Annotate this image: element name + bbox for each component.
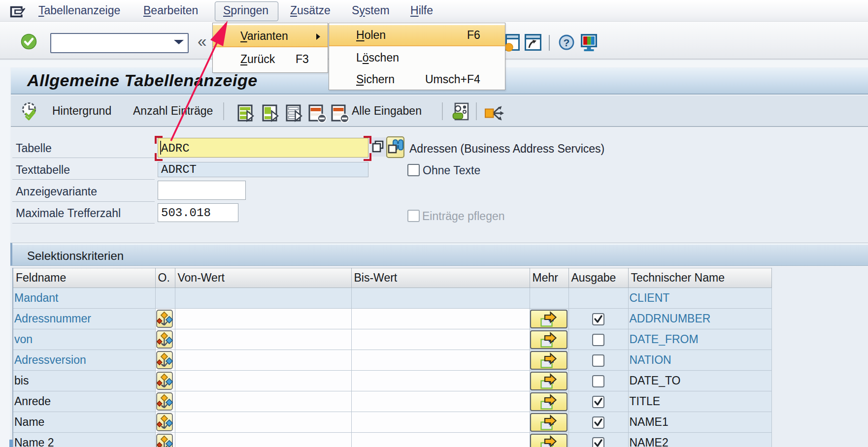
svg-text:?: ? [564, 37, 570, 48]
